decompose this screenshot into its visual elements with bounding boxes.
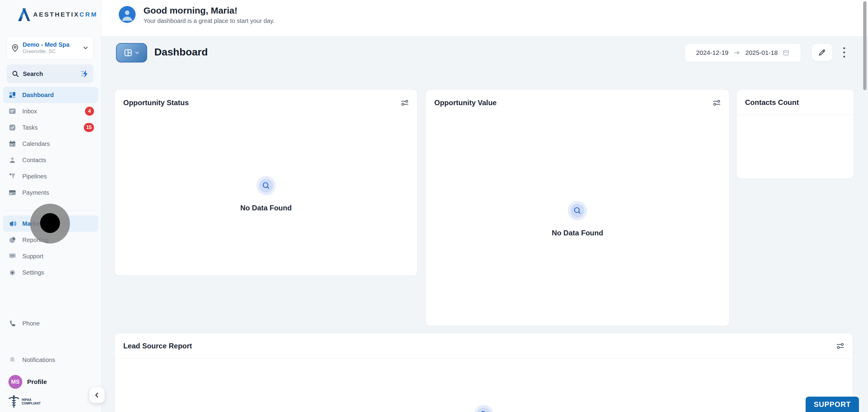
sidebar-item-label: Dashboard xyxy=(22,92,54,99)
sidebar-item-profile[interactable]: MS Profile xyxy=(3,374,98,390)
sidebar-item-pipelines[interactable]: Pipelines xyxy=(3,168,98,185)
sidebar-item-label: Tasks xyxy=(22,124,38,131)
edit-dashboard-button[interactable] xyxy=(812,43,833,62)
profile-label: Profile xyxy=(27,378,47,385)
app-root: AESTHETIXCRM Demo - Med Spa Greenville, … xyxy=(0,0,868,412)
date-end[interactable]: 2025-01-18 xyxy=(745,49,778,56)
kebab-dot xyxy=(843,56,845,58)
vertical-scrollbar-thumb[interactable] xyxy=(863,1,867,90)
chevron-down-icon xyxy=(135,50,140,55)
inbox-icon xyxy=(8,107,16,115)
sidebar-item-inbox[interactable]: Inbox 4 xyxy=(3,103,98,119)
card-title: Opportunity Status xyxy=(123,99,189,107)
sidebar-item-label: Calendars xyxy=(22,140,50,147)
empty-state: No Data Found xyxy=(426,201,729,237)
brand-logo: AESTHETIXCRM xyxy=(17,7,98,22)
sidebar-item-settings[interactable]: Settings xyxy=(3,264,98,281)
sidebar: AESTHETIXCRM Demo - Med Spa Greenville, … xyxy=(0,0,101,412)
kebab-dot xyxy=(843,47,845,49)
calendar-icon xyxy=(8,140,16,148)
sidebar-item-label: Contacts xyxy=(22,157,46,164)
card-title: Contacts Count xyxy=(745,98,799,107)
calendar-small-icon xyxy=(782,49,789,56)
location-selector[interactable]: Demo - Med Spa Greenville, SC xyxy=(7,36,93,60)
sidebar-item-label: Reporting xyxy=(22,236,49,244)
lead-source-report-card: Lead Source Report xyxy=(115,333,853,412)
profile-avatar: MS xyxy=(8,375,22,389)
sidebar-collapse-button[interactable] xyxy=(90,387,104,403)
phone-icon xyxy=(8,319,16,327)
more-options-kebab-button[interactable] xyxy=(841,45,848,60)
chat-bubble-icon xyxy=(8,252,16,260)
pie-chart-icon xyxy=(8,236,16,244)
no-data-halo xyxy=(256,176,276,195)
magnifier-icon xyxy=(573,206,582,215)
page-title: Dashboard xyxy=(154,45,208,59)
date-range-picker[interactable]: 2024-12-19 2025-01-18 xyxy=(685,43,801,62)
card-title: Lead Source Report xyxy=(123,342,192,350)
person-avatar-icon xyxy=(119,6,135,23)
hipaa-compliant-badge: HIPAA COMPLIANT xyxy=(8,394,41,409)
sidebar-item-marketing[interactable]: Marketing xyxy=(3,216,98,232)
bell-icon xyxy=(8,356,16,364)
opportunity-value-card: Opportunity Value No Data Found xyxy=(426,90,730,326)
magnifier-icon xyxy=(261,181,271,190)
widget-settings-sliders-icon[interactable] xyxy=(400,98,409,107)
sidebar-item-dashboard[interactable]: Dashboard xyxy=(3,87,98,103)
opportunity-status-card: Opportunity Status No Data Found xyxy=(115,90,417,276)
widget-settings-sliders-icon[interactable] xyxy=(836,342,845,350)
sidebar-item-contacts[interactable]: Contacts xyxy=(3,152,98,168)
topbar: Good morning, Maria! Your dashboard is a… xyxy=(101,0,868,36)
sidebar-item-label: Notifications xyxy=(22,356,55,363)
location-city: Greenville, SC xyxy=(23,48,79,55)
no-data-text: No Data Found xyxy=(552,229,603,237)
hipaa-line2: COMPLIANT xyxy=(22,402,41,405)
brand-logo-icon xyxy=(17,7,30,22)
pencil-icon xyxy=(818,48,827,57)
support-label: SUPPORT xyxy=(814,400,851,409)
sidebar-item-support[interactable]: Support xyxy=(3,248,98,264)
quick-actions-bolt-icon xyxy=(80,69,89,78)
sidebar-item-reporting[interactable]: Reporting xyxy=(3,232,98,248)
card-header: Lead Source Report xyxy=(115,333,852,359)
search-label: Search xyxy=(23,70,76,77)
sidebar-item-label: Phone xyxy=(22,320,40,327)
user-avatar xyxy=(117,4,137,24)
tasks-check-icon xyxy=(8,124,16,131)
kebab-dot xyxy=(843,52,845,53)
sidebar-item-phone[interactable]: Phone xyxy=(3,315,98,331)
card-header: Contacts Count xyxy=(737,90,854,115)
no-data-halo xyxy=(474,405,493,412)
sidebar-item-payments[interactable]: Payments xyxy=(3,185,98,201)
date-start[interactable]: 2024-12-19 xyxy=(696,49,728,56)
search-icon xyxy=(11,70,19,78)
sidebar-item-label: Support xyxy=(22,253,43,260)
person-icon xyxy=(8,156,16,164)
empty-state xyxy=(115,405,852,412)
brand-name: AESTHETIXCRM xyxy=(33,11,98,18)
layout-columns-icon xyxy=(124,48,133,57)
arrow-right-icon xyxy=(733,49,741,56)
sidebar-item-label: Payments xyxy=(22,189,49,196)
sidebar-item-label: Pipelines xyxy=(22,173,47,180)
widget-settings-sliders-icon[interactable] xyxy=(712,98,721,107)
dashboard-layout-button[interactable] xyxy=(116,43,147,62)
sidebar-nav: Dashboard Inbox 4 Tasks 15 xyxy=(3,87,98,281)
support-launcher-button[interactable]: SUPPORT xyxy=(806,397,859,412)
contacts-count-card: Contacts Count xyxy=(736,90,854,179)
search-input[interactable]: Search xyxy=(7,64,93,83)
location-name: Demo - Med Spa xyxy=(23,41,79,48)
sidebar-item-calendars[interactable]: Calendars xyxy=(3,136,98,152)
sidebar-item-label: Marketing xyxy=(22,220,51,227)
empty-state: No Data Found xyxy=(115,176,417,212)
map-pin-icon xyxy=(10,43,20,53)
chevron-left-icon xyxy=(93,391,101,399)
sidebar-item-notifications[interactable]: Notifications xyxy=(3,352,98,368)
sidebar-item-tasks[interactable]: Tasks 15 xyxy=(3,119,98,136)
hipaa-line1: HIPAA xyxy=(22,398,41,402)
megaphone-icon xyxy=(8,220,16,227)
no-data-halo xyxy=(568,201,587,220)
inbox-badge: 4 xyxy=(85,107,94,116)
sidebar-item-label: Settings xyxy=(22,269,44,276)
credit-card-icon xyxy=(8,189,16,196)
